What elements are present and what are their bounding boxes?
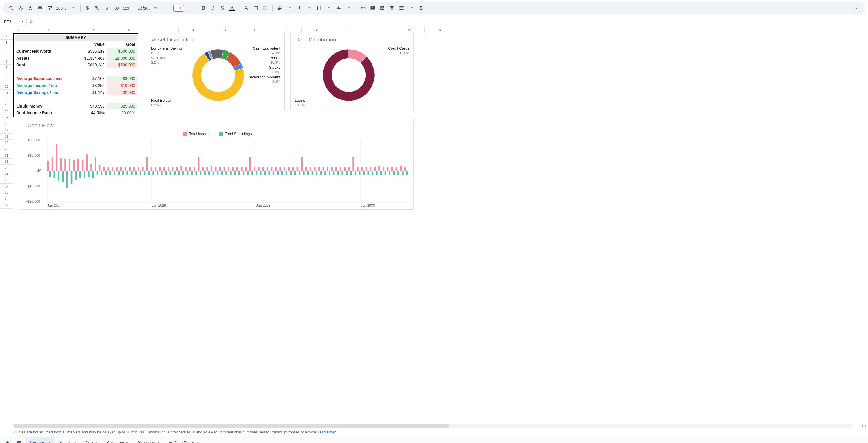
font-size-input[interactable]: 10 <box>174 5 184 11</box>
font-family-select[interactable]: Defaul... <box>136 6 158 10</box>
row-header-25[interactable]: 25 <box>0 177 13 184</box>
col-header-H[interactable]: H <box>240 26 271 33</box>
col-header-I[interactable]: I <box>271 26 302 33</box>
horizontal-align-icon[interactable] <box>275 4 284 12</box>
functions-icon[interactable]: Σ <box>417 4 426 12</box>
tab-data-types[interactable]: Data Types▼ <box>164 438 204 443</box>
row-header-5[interactable]: 5 <box>0 52 13 59</box>
currency-icon[interactable]: $ <box>83 4 92 12</box>
col-header-D[interactable]: D <box>112 26 147 33</box>
row-header-17[interactable]: 17 <box>0 127 13 134</box>
row-header-29[interactable]: 29 <box>0 202 13 209</box>
name-box[interactable]: P72 <box>0 18 27 25</box>
row-header-2[interactable]: 2 <box>0 33 13 40</box>
row-header-7[interactable]: 7 <box>0 65 13 71</box>
row-header-6[interactable]: 6 <box>0 58 13 65</box>
text-wrap-icon[interactable] <box>315 4 323 12</box>
text-color-icon[interactable]: A <box>228 4 237 12</box>
table-dropdown-icon[interactable] <box>407 4 416 12</box>
increase-decimal-icon[interactable]: .00 <box>112 4 121 12</box>
vertical-align-icon[interactable] <box>295 4 304 12</box>
halign-dropdown-icon[interactable] <box>285 4 294 12</box>
hscroll-thumb[interactable] <box>13 424 450 428</box>
sheet-canvas[interactable]: SUMMARY Value Goal Current Net Worth $53… <box>13 33 868 423</box>
add-sheet-button[interactable] <box>2 440 13 443</box>
decrease-font-icon[interactable]: − <box>164 4 173 12</box>
col-header-G[interactable]: G <box>210 26 240 33</box>
col-header-F[interactable]: F <box>179 26 210 33</box>
row-header-26[interactable]: 26 <box>0 183 13 190</box>
filter-icon[interactable] <box>388 4 396 12</box>
tab-summary[interactable]: Summary▼ <box>25 438 55 443</box>
strikethrough-icon[interactable]: S <box>218 4 227 12</box>
row-header-9[interactable]: 9 <box>0 77 13 83</box>
redo-icon[interactable] <box>26 4 35 12</box>
search-icon[interactable] <box>7 4 16 12</box>
col-header-N[interactable]: N <box>425 26 456 33</box>
bold-icon[interactable]: B <box>199 4 208 12</box>
borders-icon[interactable] <box>251 4 260 12</box>
all-sheets-button[interactable] <box>13 440 24 443</box>
col-header-M[interactable]: M <box>394 26 425 33</box>
col-header-A[interactable]: A <box>13 26 22 33</box>
rotation-dropdown-icon[interactable] <box>345 4 353 12</box>
print-icon[interactable] <box>36 4 44 12</box>
decrease-decimal-icon[interactable]: .0 <box>102 4 111 12</box>
tab-cashflow[interactable]: Cashflow▼ <box>103 438 132 443</box>
scroll-left-icon[interactable]: ◄ <box>860 424 864 427</box>
wrap-dropdown-icon[interactable] <box>325 4 334 12</box>
row-header-15[interactable]: 15 <box>0 115 13 121</box>
row-header-8[interactable]: 8 <box>0 71 13 77</box>
paint-format-icon[interactable] <box>45 4 54 12</box>
table-view-icon[interactable] <box>397 4 406 12</box>
disclaimer-link[interactable]: Disclaimer <box>318 430 336 434</box>
row-header-11[interactable]: 11 <box>0 90 13 96</box>
col-header-L[interactable]: L <box>363 26 394 33</box>
format-123-icon[interactable]: 123 <box>122 4 130 12</box>
text-rotation-icon[interactable] <box>335 4 343 12</box>
cash-flow-chart[interactable]: Cash Flow Total Income Total Spendings $… <box>21 118 414 210</box>
expand-toolbar-icon[interactable] <box>852 4 861 12</box>
merge-cells-icon[interactable] <box>261 4 270 12</box>
insert-link-icon[interactable] <box>359 4 368 12</box>
horizontal-scrollbar[interactable]: ◄ ► <box>0 423 868 428</box>
zoom-dropdown-icon[interactable] <box>69 4 78 12</box>
row-header-18[interactable]: 18 <box>0 134 13 140</box>
col-header-E[interactable]: E <box>147 26 179 33</box>
tab-projection[interactable]: Projection▼ <box>133 438 164 443</box>
insert-chart-icon[interactable] <box>378 4 387 12</box>
debt-distribution-chart[interactable]: Debt Distribution Credit Cards12.0% Loan… <box>290 33 414 110</box>
percent-icon[interactable]: % <box>93 4 101 12</box>
row-header-27[interactable]: 27 <box>0 190 13 196</box>
row-header-14[interactable]: 14 <box>0 108 13 115</box>
italic-icon[interactable]: I <box>209 4 217 12</box>
tab-debt[interactable]: Debt▼ <box>81 438 102 443</box>
select-all-corner[interactable] <box>0 26 13 33</box>
row-header-16[interactable]: 16 <box>0 121 13 127</box>
row-header-23[interactable]: 23 <box>0 165 13 171</box>
asset-distribution-chart[interactable]: Asset Distribution Long-Term Saving8.1% … <box>147 33 285 110</box>
row-header-4[interactable]: 4 <box>0 46 13 52</box>
scroll-right-icon[interactable]: ► <box>864 424 868 427</box>
row-header-12[interactable]: 12 <box>0 96 13 102</box>
valign-dropdown-icon[interactable] <box>305 4 314 12</box>
col-header-C[interactable]: C <box>77 26 112 33</box>
formula-input[interactable] <box>36 18 868 26</box>
col-header-B[interactable]: B <box>22 26 77 33</box>
tab-assets[interactable]: Assets▼ <box>56 438 81 443</box>
row-header-28[interactable]: 28 <box>0 196 13 202</box>
row-header-3[interactable]: 3 <box>0 40 13 46</box>
col-header-J[interactable]: J <box>302 26 333 33</box>
row-header-22[interactable]: 22 <box>0 159 13 165</box>
fill-color-icon[interactable] <box>242 4 251 12</box>
row-header-20[interactable]: 20 <box>0 146 13 152</box>
insert-comment-icon[interactable] <box>368 4 377 12</box>
col-header-K[interactable]: K <box>333 26 363 33</box>
row-header-10[interactable]: 10 <box>0 83 13 90</box>
increase-font-icon[interactable]: + <box>185 4 193 12</box>
zoom-level[interactable]: 100% <box>55 6 68 10</box>
row-header-24[interactable]: 24 <box>0 171 13 177</box>
row-header-13[interactable]: 13 <box>0 102 13 109</box>
row-header-19[interactable]: 19 <box>0 140 13 146</box>
undo-icon[interactable] <box>17 4 25 12</box>
